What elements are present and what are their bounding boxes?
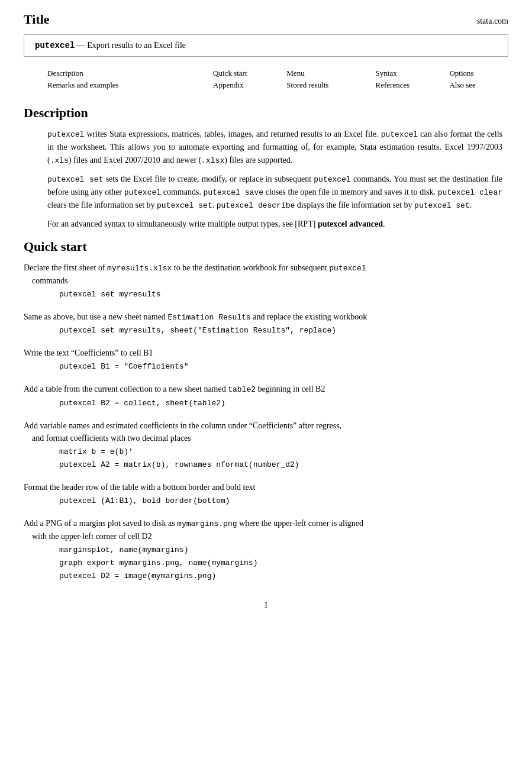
- qs-2-code-line: putexcel set myresults, sheet("Estimatio…: [59, 326, 336, 335]
- qs-item-1: Declare the first sheet of myresults.xls…: [24, 262, 508, 301]
- nav-references[interactable]: References: [376, 80, 410, 89]
- qs-3-code-line: putexcel B1 = "Coefficients": [59, 362, 188, 371]
- putexcel-advanced-ref: putexcel advanced: [318, 219, 383, 228]
- putexcel-ref-3: putexcel: [314, 175, 350, 184]
- nav-syntax[interactable]: Syntax: [376, 69, 397, 78]
- qs-item-2: Same as above, but use a new sheet named…: [24, 311, 508, 338]
- qs-item-3-desc: Write the text “Coefficients” to cell B1: [24, 347, 508, 359]
- description-para-1: putexcel writes Stata expressions, matri…: [47, 128, 502, 167]
- qs-7-code-line-3: putexcel D2 = image(mymargins.png): [59, 572, 216, 580]
- qs-item-7-code: marginsplot, name(mymargins) graph expor…: [59, 544, 508, 583]
- qs-item-5: Add variable names and estimated coeffic…: [24, 419, 508, 472]
- description-para-3: For an advanced syntax to simultaneously…: [47, 218, 502, 231]
- quick-start-heading: Quick start: [24, 239, 508, 254]
- qs-1-code-line: putexcel set myresults: [59, 290, 161, 299]
- qs-item-1-desc: Declare the first sheet of myresults.xls…: [24, 262, 508, 287]
- qs-1-cmd: putexcel: [329, 264, 366, 273]
- command-description: — Export results to an Excel file: [77, 41, 186, 50]
- qs-item-5-code: matrix b = e(b)' putexcel A2 = matrix(b)…: [59, 446, 508, 472]
- qs-5-code-line-2: putexcel A2 = matrix(b), rownames nforma…: [59, 460, 299, 469]
- nav-description[interactable]: Description: [47, 69, 83, 78]
- qs-1-file: myresults.xlsx: [107, 264, 172, 273]
- nav-appendix[interactable]: Appendix: [213, 80, 243, 89]
- description-body: putexcel writes Stata expressions, matri…: [47, 128, 502, 231]
- nav-options[interactable]: Options: [449, 69, 473, 78]
- putexcel-save: putexcel save: [204, 188, 264, 197]
- xlsx-ext: .xlsx: [201, 156, 224, 165]
- qs-item-3: Write the text “Coefficients” to cell B1…: [24, 347, 508, 373]
- qs-6-code-line: putexcel (A1:B1), bold border(bottom): [59, 496, 230, 505]
- qs-item-6-desc: Format the header row of the table with …: [24, 481, 508, 493]
- qs-item-3-code: putexcel B1 = "Coefficients": [59, 360, 508, 373]
- putexcel-clear: putexcel clear: [438, 188, 502, 197]
- qs-item-4-desc: Add a table from the current collection …: [24, 383, 508, 396]
- putexcel-ref-1: putexcel: [47, 130, 84, 139]
- qs-7-file: mymargins.png: [177, 519, 237, 528]
- description-section: Description putexcel writes Stata expres…: [24, 105, 508, 231]
- qs-item-7: Add a PNG of a margins plot saved to dis…: [24, 517, 508, 583]
- putexcel-set-1: putexcel set: [47, 175, 103, 184]
- page-header: Title stata.com: [24, 12, 508, 27]
- qs-item-4-code: putexcel B2 = collect, sheet(table2): [59, 397, 508, 410]
- title-box: putexcel — Export results to an Excel fi…: [24, 34, 508, 57]
- putexcel-ref-4: putexcel: [124, 188, 161, 197]
- putexcel-describe: putexcel describe: [217, 201, 295, 210]
- nav-quick-start[interactable]: Quick start: [213, 69, 247, 78]
- nav-also-see[interactable]: Also see: [449, 80, 475, 89]
- nav-remarks[interactable]: Remarks and examples: [47, 80, 119, 89]
- nav-table: Description Quick start Menu Syntax Opti…: [24, 67, 508, 91]
- qs-4-code-line: putexcel B2 = collect, sheet(table2): [59, 399, 225, 408]
- xls-ext: .xls: [50, 156, 69, 165]
- qs-5-code-line-1: matrix b = e(b)': [59, 447, 133, 456]
- qs-7-code-line-1: marginsplot, name(mymargins): [59, 545, 188, 554]
- qs-item-6-code: putexcel (A1:B1), bold border(bottom): [59, 495, 508, 508]
- qs-item-6: Format the header row of the table with …: [24, 481, 508, 508]
- putexcel-set-2: putexcel set: [157, 201, 212, 210]
- qs-item-2-code: putexcel set myresults, sheet("Estimatio…: [59, 324, 508, 337]
- description-heading: Description: [24, 105, 508, 121]
- qs-4-sheet: table2: [228, 385, 256, 394]
- description-para-2: putexcel set sets the Excel file to crea…: [47, 173, 502, 212]
- nav-stored-results[interactable]: Stored results: [286, 80, 328, 89]
- stata-logo: stata.com: [477, 17, 508, 26]
- qs-item-5-desc: Add variable names and estimated coeffic…: [24, 419, 508, 444]
- qs-item-1-code: putexcel set myresults: [59, 288, 508, 301]
- qs-item-2-desc: Same as above, but use a new sheet named…: [24, 311, 508, 324]
- qs-item-4: Add a table from the current collection …: [24, 383, 508, 410]
- qs-2-sheet: Estimation Results: [167, 313, 250, 322]
- nav-menu[interactable]: Menu: [286, 69, 304, 78]
- qs-7-code-line-2: graph export mymargins.png, name(mymargi…: [59, 559, 257, 567]
- putexcel-ref-2: putexcel: [381, 130, 418, 139]
- quick-start-section: Quick start Declare the first sheet of m…: [24, 239, 508, 583]
- qs-item-7-desc: Add a PNG of a margins plot saved to dis…: [24, 517, 508, 543]
- page-footer: 1: [24, 601, 508, 610]
- page-number: 1: [264, 601, 268, 609]
- putexcel-set-3: putexcel set: [414, 201, 470, 210]
- command-name: putexcel: [35, 41, 75, 50]
- page-title: Title: [24, 12, 50, 27]
